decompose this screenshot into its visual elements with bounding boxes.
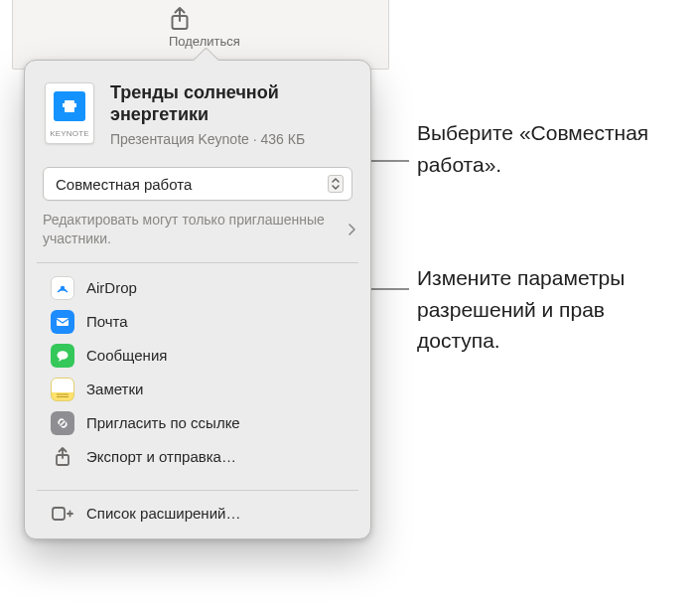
document-meta: Презентация Keynote · 436 КБ xyxy=(110,131,350,147)
permissions-text: Редактировать могут только приглашенные … xyxy=(43,211,347,248)
airdrop-icon xyxy=(49,276,76,300)
document-icon: KEYNOTE xyxy=(45,82,94,144)
notes-icon xyxy=(49,378,76,401)
share-item-label: Почта xyxy=(86,313,128,330)
share-popover: KEYNOTE Тренды солнечной энергетики През… xyxy=(24,60,371,539)
extensions-label: Список расширений… xyxy=(86,505,240,522)
annotation-permissions: Измените параметры разрешений и прав дос… xyxy=(417,262,675,357)
link-icon xyxy=(49,411,76,435)
popover-header: KEYNOTE Тренды солнечной энергетики През… xyxy=(25,61,370,157)
share-item-notes[interactable]: Заметки xyxy=(31,373,364,406)
extensions-item[interactable]: Список расширений… xyxy=(31,497,364,531)
share-item-label: Заметки xyxy=(86,381,143,397)
share-item-export[interactable]: Экспорт и отправка… xyxy=(31,440,364,474)
share-toolbar-button[interactable]: Поделиться xyxy=(169,6,238,49)
extensions-icon xyxy=(49,502,76,526)
messages-icon xyxy=(49,344,76,368)
annotation-mode: Выберите «Совместная работа». xyxy=(417,117,675,180)
document-title: Тренды солнечной энергетики xyxy=(110,82,350,125)
svg-point-3 xyxy=(58,351,69,360)
svg-rect-2 xyxy=(57,318,69,326)
share-mode-label: Совместная работа xyxy=(56,176,328,193)
document-info: Тренды солнечной энергетики Презентация … xyxy=(110,82,350,147)
share-item-mail[interactable]: Почта xyxy=(31,305,364,339)
share-item-label: Экспорт и отправка… xyxy=(86,448,236,465)
mail-icon xyxy=(49,310,76,334)
document-icon-badge: KEYNOTE xyxy=(46,129,93,138)
chevron-up-down-icon xyxy=(328,175,344,193)
share-mode-select[interactable]: Совместная работа xyxy=(43,167,352,201)
export-icon xyxy=(49,445,76,469)
divider xyxy=(37,262,358,263)
share-item-label: AirDrop xyxy=(86,279,137,296)
share-item-messages[interactable]: Сообщения xyxy=(31,339,364,373)
chevron-right-icon xyxy=(347,223,356,236)
share-item-airdrop[interactable]: AirDrop xyxy=(31,271,364,305)
share-item-label: Пригласить по ссылке xyxy=(86,414,240,431)
share-item-label: Сообщения xyxy=(86,347,167,364)
svg-rect-7 xyxy=(53,508,65,520)
share-item-link[interactable]: Пригласить по ссылке xyxy=(31,406,364,440)
share-target-list: AirDrop Почта Сообщения Заметки Пригласи… xyxy=(25,269,370,476)
share-toolbar-label: Поделиться xyxy=(169,34,240,49)
share-icon xyxy=(169,6,238,32)
permissions-row[interactable]: Редактировать могут только приглашенные … xyxy=(43,211,356,248)
divider xyxy=(37,490,358,491)
